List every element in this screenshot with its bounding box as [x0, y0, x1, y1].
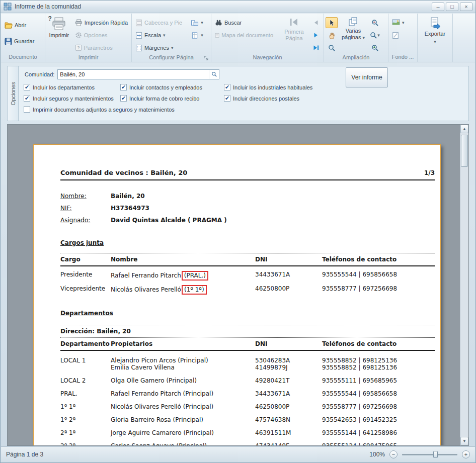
column-header: Cargo	[60, 256, 111, 263]
checkbox-box	[120, 84, 127, 90]
zoom-in-button-status[interactable]: +	[462, 450, 470, 458]
report-title: Comunidad de vecinos : Bailén, 20	[60, 169, 187, 176]
pagina-anterior-button[interactable]	[310, 17, 322, 28]
primera-pagina-label: Primera Página	[282, 29, 306, 42]
mapa-documento-button[interactable]: Mapa del documento	[213, 30, 275, 41]
propietarios-cell: Carlos Saenz Aguayo (Principal)	[111, 442, 255, 446]
escala-button[interactable]: Escala ▾	[133, 30, 184, 41]
options-tab-label: Opciones	[10, 82, 16, 105]
zoom-out-button-status[interactable]: −	[389, 450, 398, 458]
scrollbar-thumb[interactable]	[461, 135, 468, 167]
minimize-button[interactable]: –	[432, 3, 444, 11]
zoom-in-button[interactable]	[369, 42, 381, 53]
cargo-cell: Presidente	[60, 271, 111, 281]
zoom-level: 100%	[369, 451, 385, 458]
table-row: PRAL. Rafael Ferrando Pitarch (Principal…	[60, 390, 435, 397]
fondo-color-button[interactable]: ▾	[390, 17, 407, 28]
impresion-rapida-label: Impresión Rápida	[85, 20, 128, 26]
telefonos-line: 935558852 | 698125136	[322, 357, 435, 364]
dni-line: 53046283A	[255, 357, 322, 364]
close-button[interactable]: ×	[460, 3, 472, 11]
ribbon-group-documento: Abrir Guardar Documento	[1, 14, 45, 62]
ampliacion-group-label: Ampliación	[326, 53, 386, 62]
checkbox-box	[120, 95, 127, 102]
scroll-up-button[interactable]: ▲	[460, 125, 468, 133]
ver-informe-label: Ver informe	[351, 74, 382, 81]
guardar-button[interactable]: Guardar	[3, 36, 36, 47]
departamento-cell: 2º 2ª	[60, 442, 111, 446]
telefonos-cell: 935555124 | 698475965	[322, 442, 435, 446]
direccion-text: Dirección: Bailén, 20	[60, 328, 131, 335]
cursor-tool-button[interactable]	[326, 17, 338, 28]
checkbox-incluir-direcciones[interactable]: Incluir direcciones postales	[224, 95, 463, 102]
parametros-button[interactable]: ? Parámetros	[73, 42, 130, 53]
parametros-label: Parámetros	[84, 45, 113, 51]
field-value: Bailén, 20	[111, 193, 145, 200]
comunidad-row: Comunidad:	[25, 69, 463, 79]
zoom-tool-button[interactable]	[326, 42, 338, 53]
checkbox-label: Incluir seguros y mantenimientos	[33, 96, 114, 102]
telefonos-line: 935558852 | 698125136	[322, 364, 435, 371]
vertical-scrollbar[interactable]: ▲ ▼	[460, 125, 468, 445]
propietarios-cell: Nicolás Olivares Perelló (Principal)	[111, 403, 255, 410]
column-header: DNI	[255, 256, 322, 263]
table-row: Vicepresidente Nicolás Olivares Perelló(…	[60, 285, 435, 295]
dni-cell: 34433671A	[255, 271, 322, 281]
checkbox-incluir-contactos-empleados[interactable]: Incluir contactos y empleados	[120, 84, 224, 90]
comunidad-input[interactable]	[58, 71, 209, 77]
propietario-line: Alejandro Picon Arcos (Principal)	[111, 357, 255, 364]
scroll-up-icon: ▲	[462, 127, 466, 131]
maximize-button[interactable]: □	[446, 3, 458, 11]
marca-agua-button[interactable]	[390, 30, 407, 41]
hand-tool-button[interactable]	[326, 30, 338, 41]
checkbox-box	[224, 84, 230, 90]
divider	[60, 265, 435, 266]
pagina-siguiente-button[interactable]	[310, 30, 322, 41]
checkbox-incluir-departamentos[interactable]: Incluir los departamentos	[24, 84, 120, 90]
group-separator	[278, 17, 278, 51]
zoom-slider-thumb[interactable]	[433, 451, 438, 458]
departamentos-heading: Departamentos	[60, 310, 435, 317]
configurar-pagina-group-label-text: Configurar Página	[149, 54, 194, 60]
chevron-down-icon: ▾	[201, 20, 203, 25]
abrir-button[interactable]: Abrir	[3, 20, 36, 31]
comunidad-search-button[interactable]	[209, 70, 219, 79]
margenes-button[interactable]: Márgenes ▾	[133, 42, 184, 53]
exportar-button[interactable]: Exportar ▾	[422, 15, 449, 53]
window-controls: – □ ×	[432, 3, 472, 11]
cursor-icon	[328, 19, 335, 27]
ultima-pagina-button[interactable]	[310, 42, 322, 53]
opciones-button[interactable]: Opciones	[73, 30, 130, 41]
zoom-out-button[interactable]	[369, 17, 381, 28]
dni-cell: 46250800P	[255, 403, 322, 410]
checkbox-label: Imprimir documentos adjuntos a seguros y…	[33, 107, 175, 113]
imprimir-button[interactable]: ? Imprimir	[47, 15, 71, 53]
cabecera-pie-button[interactable]: Cabecera y Pie	[133, 17, 184, 28]
zoom-dropdown-button[interactable]: ▾	[369, 30, 381, 41]
primera-pagina-button[interactable]: Primera Página	[281, 15, 307, 53]
checkbox-imprimir-adjuntos[interactable]: Imprimir documentos adjuntos a seguros y…	[24, 106, 463, 113]
header-footer-icon	[135, 19, 142, 27]
zoom-slider-track[interactable]	[402, 454, 457, 455]
buscar-button[interactable]: Buscar	[213, 17, 275, 28]
varias-paginas-wrap: Varias páginas ▾	[341, 28, 366, 41]
varias-paginas-button[interactable]: Varias páginas ▾	[339, 15, 367, 53]
orientacion-button[interactable]: ▾	[189, 17, 205, 28]
checkbox-label: Incluir los industriales habituales	[233, 84, 312, 90]
quick-printer-icon	[75, 19, 83, 26]
checkbox-incluir-forma-cobro[interactable]: Incluir forma de cobro recibo	[120, 95, 224, 102]
options-tab[interactable]: Opciones	[8, 66, 19, 121]
tamano-button[interactable]: ▾	[189, 30, 205, 41]
dialog-launcher-icon[interactable]	[204, 56, 208, 60]
title-bar: Informe de la comunidad – □ ×	[1, 1, 475, 13]
ver-informe-button[interactable]: Ver informe	[346, 67, 388, 87]
checkbox-incluir-industriales[interactable]: Incluir los industriales habituales	[224, 84, 463, 90]
impresion-rapida-button[interactable]: Impresión Rápida	[73, 17, 130, 28]
minus-icon: −	[392, 452, 395, 457]
navegacion-group-label: Navegación	[213, 53, 322, 62]
zoom-slider[interactable]	[402, 450, 457, 458]
checkbox-incluir-seguros[interactable]: Incluir seguros y mantenimientos	[24, 95, 120, 102]
field-row: Nombre: Bailén, 20	[60, 193, 435, 200]
checkbox-label: Incluir los departamentos	[33, 84, 95, 90]
scroll-down-button[interactable]: ▼	[460, 437, 468, 445]
